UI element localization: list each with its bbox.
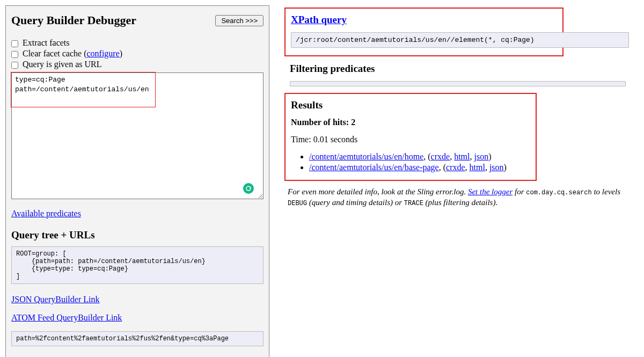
xpath-header-link[interactable]: XPath query — [291, 14, 347, 25]
set-logger-link[interactable]: Set the logger — [468, 187, 513, 196]
filtering-predicates-empty — [290, 81, 626, 86]
time-label: Time: 0.01 seconds — [291, 135, 530, 144]
query-builder-panel: Query Builder Debugger Search >>> Extrac… — [5, 5, 269, 357]
encoded-path-box: path=%2fcontent%2faemtutorials%2fus%2fen… — [11, 331, 264, 346]
xpath-value: /jcr:root/content/aemtutorials/us/en//el… — [291, 32, 629, 48]
atom-feed-link[interactable]: ATOM Feed QueryBuilder Link — [11, 313, 122, 323]
extract-facets-label: Extract facets — [23, 38, 70, 47]
query-tree-header: Query tree + URLs — [11, 229, 264, 241]
filtering-predicates-header: Filtering predicates — [290, 63, 628, 75]
results-list: /content/aemtutorials/us/en/home, (crxde… — [291, 152, 530, 172]
query-as-url-label: Query is given as URL — [23, 60, 102, 69]
clear-facet-cache-checkbox[interactable] — [11, 51, 18, 58]
result-json-link[interactable]: json — [489, 163, 504, 172]
footer-note: For even more detailed info, look at the… — [288, 186, 628, 208]
result-path-link[interactable]: /content/aemtutorials/us/en/base-page — [309, 163, 439, 172]
results-panel: XPath query /jcr:root/content/aemtutoria… — [284, 5, 628, 208]
query-tree-box: ROOT=group: [ {path=path: path=/content/… — [11, 246, 264, 284]
results-section: Results Number of hits: 2 Time: 0.01 sec… — [284, 93, 537, 181]
configure-link[interactable]: configure — [86, 49, 119, 58]
query-textarea[interactable] — [11, 72, 264, 199]
query-as-url-checkbox[interactable] — [11, 62, 18, 69]
result-item: /content/aemtutorials/us/en/home, (crxde… — [309, 152, 530, 162]
json-querybuilder-link[interactable]: JSON QueryBuilder Link — [11, 295, 99, 304]
result-path-link[interactable]: /content/aemtutorials/us/en/home — [309, 152, 423, 161]
result-item: /content/aemtutorials/us/en/base-page, (… — [309, 163, 530, 172]
result-html-link[interactable]: html — [470, 163, 485, 172]
results-header: Results — [291, 99, 530, 111]
extract-facets-checkbox[interactable] — [11, 40, 18, 47]
result-crxde-link[interactable]: crxde — [446, 163, 465, 172]
result-crxde-link[interactable]: crxde — [431, 152, 450, 161]
available-predicates-link[interactable]: Available predicates — [11, 209, 81, 218]
hits-count: Number of hits: 2 — [291, 118, 530, 127]
result-html-link[interactable]: html — [454, 152, 470, 161]
search-button[interactable]: Search >>> — [215, 15, 264, 26]
panel-title: Query Builder Debugger — [11, 13, 136, 27]
clear-facet-cache-label: Clear facet cache ( — [23, 49, 86, 58]
result-json-link[interactable]: json — [474, 152, 488, 161]
xpath-section: XPath query /jcr:root/content/aemtutoria… — [284, 8, 564, 56]
